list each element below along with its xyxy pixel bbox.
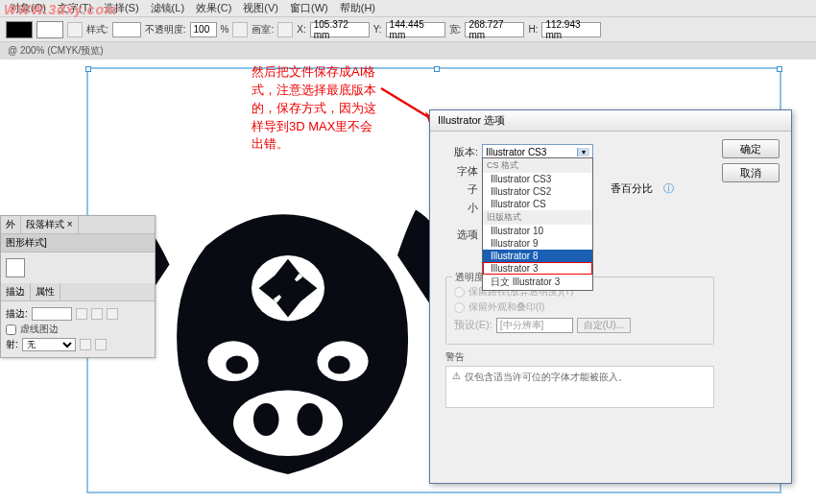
cap-round-icon[interactable] xyxy=(91,308,103,320)
arrowhead-select[interactable]: 无 xyxy=(22,338,76,351)
dropdown-header-legacy: 旧版格式 xyxy=(483,210,592,225)
arrow-end-icon[interactable] xyxy=(95,339,107,350)
arrow-label: 射: xyxy=(6,338,18,351)
svg-point-14 xyxy=(316,466,325,475)
x-label: X: xyxy=(297,24,305,35)
brush-icon[interactable] xyxy=(67,22,83,37)
fill-swatch[interactable] xyxy=(6,21,33,38)
opacity-percent: % xyxy=(221,24,229,35)
svg-point-4 xyxy=(226,356,248,374)
menu-help[interactable]: 帮助(H) xyxy=(334,1,381,15)
version-label: 版本: xyxy=(442,144,478,159)
svg-point-6 xyxy=(233,391,343,456)
dropdown-item-jp3[interactable]: 日文 Illustrator 3 xyxy=(483,275,592,290)
anchor-icon[interactable] xyxy=(277,22,293,37)
custom-button: 自定(U)... xyxy=(577,318,631,333)
dropdown-item-8[interactable]: Illustrator 8 xyxy=(483,250,592,262)
panel-title: 图形样式] xyxy=(1,234,155,252)
preset-label: 预设(E): xyxy=(454,318,492,332)
panel-tabs-2: 描边 属性 xyxy=(1,283,155,301)
dashed-label: 虚线图边 xyxy=(20,323,59,336)
svg-point-13 xyxy=(301,473,311,483)
illustrator-options-dialog: Illustrator 选项 确定 取消 版本: Illustrator CS3… xyxy=(429,109,792,484)
document-title-bar: @ 200% (CMYK/预览) xyxy=(0,42,816,60)
dropdown-item-10[interactable]: Illustrator 10 xyxy=(483,225,592,237)
cancel-button[interactable]: 取消 xyxy=(722,163,780,182)
warning-icon: ⚠ xyxy=(452,371,461,381)
preserve-appearance-radio xyxy=(454,302,465,313)
dialog-title: Illustrator 选项 xyxy=(430,110,791,132)
dropdown-item-cs3[interactable]: Illustrator CS3 xyxy=(483,173,592,185)
dashed-checkbox[interactable] xyxy=(6,324,16,335)
svg-point-5 xyxy=(328,356,350,374)
menu-filter[interactable]: 滤镜(L) xyxy=(145,1,190,15)
font-label: 字体 xyxy=(442,163,478,179)
swap-arrow-icon[interactable] xyxy=(80,339,91,350)
panel-tabs-1: 外 段落样式 × xyxy=(1,216,155,234)
warning-text: 仅包含适当许可位的字体才能被嵌入。 xyxy=(465,371,628,384)
dropdown-item-3[interactable]: Illustrator 3 xyxy=(483,262,592,275)
style-thumb[interactable] xyxy=(6,258,25,277)
dropdown-item-9[interactable]: Illustrator 9 xyxy=(483,237,592,250)
options-label: 选项 xyxy=(442,227,478,242)
menu-bar: 对象(O) 文字(T) 选择(S) 滤镜(L) 效果(C) 视图(V) 窗口(W… xyxy=(0,0,816,17)
style-field[interactable] xyxy=(112,22,141,37)
blend-icon[interactable] xyxy=(232,22,248,37)
handle-tc[interactable] xyxy=(434,66,440,72)
opacity-field[interactable]: 100 xyxy=(190,22,217,37)
stroke-weight-label: 描边: xyxy=(6,307,28,321)
dropdown-header-cs: CS 格式 xyxy=(483,158,592,173)
svg-point-8 xyxy=(298,403,324,436)
w-label: 宽: xyxy=(449,23,462,36)
chevron-down-icon[interactable]: ▾ xyxy=(577,148,589,156)
opacity-label: 不透明度: xyxy=(145,23,186,36)
styles-panel: 外 段落样式 × 图形样式] 描边 属性 描边: 虚线图边 射: 无 xyxy=(0,215,156,358)
dropdown-item-cs[interactable]: Illustrator CS xyxy=(483,198,592,210)
dropdown-item-cs2[interactable]: Illustrator CS2 xyxy=(483,185,592,198)
svg-point-7 xyxy=(253,403,279,436)
svg-point-9 xyxy=(243,466,252,475)
options-bar: 样式: 不透明度: 100 % 画室: X: 105.372 mm Y: 144… xyxy=(0,17,816,42)
svg-point-11 xyxy=(273,477,282,487)
stroke-swatch[interactable] xyxy=(36,21,63,38)
svg-point-10 xyxy=(258,473,268,483)
menu-effect[interactable]: 效果(C) xyxy=(190,1,237,15)
menu-window[interactable]: 窗口(W) xyxy=(284,1,334,15)
version-select-value: Illustrator CS3 xyxy=(486,147,546,157)
tab-outer[interactable]: 外 xyxy=(1,216,21,233)
watermark: WWW.3dxy.com xyxy=(0,0,122,19)
style-label: 样式: xyxy=(86,23,108,36)
font-pct-label: 香百分比 xyxy=(611,181,653,196)
info-icon: ⓘ xyxy=(663,181,674,196)
ok-button[interactable]: 确定 xyxy=(722,139,780,158)
h-field[interactable]: 112.943 mm xyxy=(541,22,601,37)
h-label: H: xyxy=(528,24,538,35)
y-field[interactable]: 144.445 mm xyxy=(386,22,445,37)
handle-tr[interactable] xyxy=(777,66,782,72)
stroke-weight-field[interactable] xyxy=(32,307,72,321)
tab-stroke[interactable]: 描边 xyxy=(1,283,31,300)
w-field[interactable]: 268.727 mm xyxy=(465,22,524,37)
svg-point-12 xyxy=(287,477,297,487)
style-thumb-row xyxy=(6,258,150,277)
warnings-box: ⚠ 仅包含适当许可位的字体才能被嵌入。 xyxy=(445,366,714,408)
annotation-text: 然后把文件保存成AI格式，注意选择最底版本的，保存方式，因为这样导到3D MAX… xyxy=(252,63,381,154)
font-sub1: 子 xyxy=(442,181,478,197)
menu-view[interactable]: 视图(V) xyxy=(237,1,284,15)
handle-tl[interactable] xyxy=(85,66,91,72)
version-dropdown-list: CS 格式 Illustrator CS3 Illustrator CS2 Il… xyxy=(482,157,593,291)
tab-attributes[interactable]: 属性 xyxy=(31,283,60,300)
warnings-label: 警告 xyxy=(445,350,780,364)
y-label: Y: xyxy=(373,24,382,35)
x-field[interactable]: 105.372 mm xyxy=(310,22,370,37)
preserve-appearance-label: 保留外观和叠印(I) xyxy=(468,300,544,314)
doc-label: 画室: xyxy=(252,23,274,36)
cap-square-icon[interactable] xyxy=(107,308,118,320)
preserve-paths-radio xyxy=(454,287,465,298)
preset-select: [中分辨率] xyxy=(496,318,573,333)
tab-paragraph-styles[interactable]: 段落样式 × xyxy=(21,216,79,233)
font-sub2: 小 xyxy=(442,200,478,215)
bull-artwork[interactable] xyxy=(106,136,470,504)
cap-butt-icon[interactable] xyxy=(76,308,87,320)
